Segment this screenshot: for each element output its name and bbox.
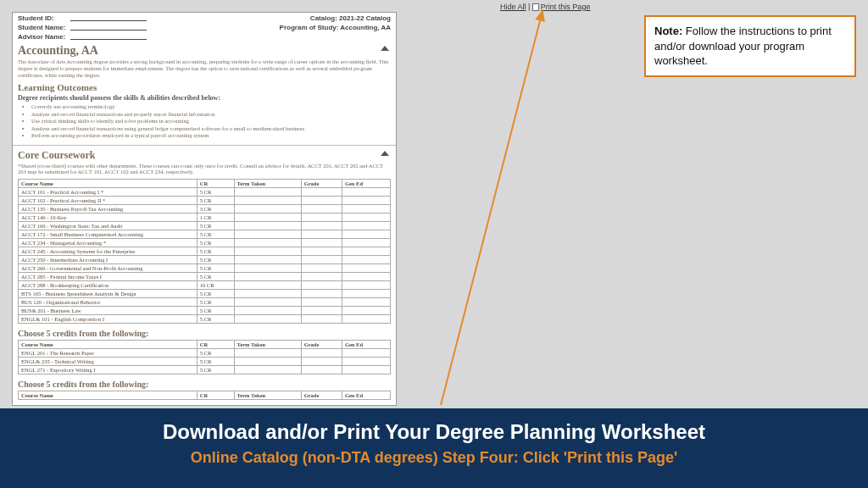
grade-cell[interactable] (301, 205, 342, 214)
course-name-cell: ENGL 271 - Expository Writing I (19, 366, 198, 374)
term-taken-cell[interactable] (234, 239, 301, 247)
term-taken-cell[interactable] (234, 358, 301, 366)
table-row: ACCT 260 - Governmental and Non-Profit A… (19, 264, 391, 273)
course-name-cell: ACCT 288 - Bookkeeping Certification (19, 281, 198, 290)
grade-cell[interactable] (301, 197, 342, 205)
course-name-cell: ACCT 250 - Intermediate Accounting I (19, 256, 198, 264)
print-this-page-link[interactable]: Print this Page (541, 3, 591, 11)
gen-ed-cell[interactable] (342, 281, 390, 290)
grade-cell[interactable] (301, 188, 342, 197)
term-taken-cell[interactable] (234, 256, 301, 264)
term-taken-cell[interactable] (234, 315, 301, 324)
course-name-cell: ACCT 146 - 10-Key (19, 214, 198, 222)
term-taken-cell[interactable] (234, 222, 301, 230)
hide-all-link[interactable]: Hide All (500, 3, 526, 11)
grade-cell[interactable] (301, 273, 342, 281)
grade-cell[interactable] (301, 230, 342, 239)
cr-cell: 5 CR (197, 366, 234, 374)
term-taken-cell[interactable] (234, 205, 301, 214)
term-taken-cell[interactable] (234, 264, 301, 273)
gen-ed-cell[interactable] (342, 214, 390, 222)
advisor-name-field[interactable] (70, 33, 147, 40)
gen-ed-cell[interactable] (342, 358, 390, 366)
gen-ed-cell[interactable] (342, 290, 390, 298)
table-row: BTS 165 - Business Spreadsheet Analysis … (19, 290, 391, 298)
table-row: ACCT 245 - Accounting Systems for the En… (19, 247, 391, 256)
gen-ed-cell[interactable] (342, 197, 390, 205)
degree-worksheet: Student ID:Catalog: 2021-22 Catalog Stud… (12, 12, 397, 406)
cr-cell: 1 CR (197, 214, 234, 222)
learning-outcomes-list: Correctly use accounting terminologyAnal… (13, 103, 396, 142)
term-taken-cell[interactable] (234, 230, 301, 239)
chevron-up-icon[interactable] (381, 151, 389, 156)
col-grade: Grade (301, 180, 342, 188)
core-course-table: Course Name CR Term Taken Grade Gen Ed A… (18, 179, 391, 324)
course-name-cell: ACCT 260 - Governmental and Non-Profit A… (19, 264, 198, 273)
grade-cell[interactable] (301, 290, 342, 298)
col-gen-ed: Gen Ed (342, 180, 390, 188)
grade-cell[interactable] (301, 247, 342, 256)
grade-cell[interactable] (301, 256, 342, 264)
gen-ed-cell[interactable] (342, 307, 390, 315)
core-coursework-note: *Shared (cross-listed) courses with othe… (13, 162, 396, 178)
gen-ed-cell[interactable] (342, 315, 390, 324)
grade-cell[interactable] (301, 264, 342, 273)
cr-cell: 5 CR (197, 188, 234, 197)
outcome-item: Use critical thinking skills to identify… (31, 118, 389, 125)
gen-ed-cell[interactable] (342, 366, 390, 374)
cr-cell: 10 CR (197, 281, 234, 290)
grade-cell[interactable] (301, 298, 342, 307)
grade-cell[interactable] (301, 214, 342, 222)
grade-cell[interactable] (301, 281, 342, 290)
instruction-note-box: Note: Follow the instructions to print a… (644, 15, 856, 77)
elective-1-title: Choose 5 credits from the following: (13, 325, 396, 338)
course-name-cell: ACCT 245 - Accounting Systems for the En… (19, 247, 198, 256)
table-row: ACCT 288 - Bookkeeping Certification10 C… (19, 281, 391, 290)
gen-ed-cell[interactable] (342, 230, 390, 239)
gen-ed-cell[interactable] (342, 349, 390, 358)
gen-ed-cell[interactable] (342, 247, 390, 256)
term-taken-cell[interactable] (234, 197, 301, 205)
term-taken-cell[interactable] (234, 273, 301, 281)
student-name-field[interactable] (70, 24, 147, 30)
grade-cell[interactable] (301, 222, 342, 230)
term-taken-cell[interactable] (234, 247, 301, 256)
gen-ed-cell[interactable] (342, 222, 390, 230)
advisor-name-label: Advisor Name: (18, 33, 70, 41)
gen-ed-cell[interactable] (342, 239, 390, 247)
grade-cell[interactable] (301, 307, 342, 315)
outcome-item: Perform accounting procedures employed i… (31, 132, 389, 139)
term-taken-cell[interactable] (234, 307, 301, 315)
gen-ed-cell[interactable] (342, 264, 390, 273)
grade-cell[interactable] (301, 349, 342, 358)
term-taken-cell[interactable] (234, 214, 301, 222)
course-name-cell: BUS& 201 - Business Law (19, 307, 198, 315)
gen-ed-cell[interactable] (342, 188, 390, 197)
student-id-field[interactable] (70, 14, 147, 21)
grade-cell[interactable] (301, 239, 342, 247)
gen-ed-cell[interactable] (342, 256, 390, 264)
gen-ed-cell[interactable] (342, 205, 390, 214)
term-taken-cell[interactable] (234, 281, 301, 290)
course-name-cell: ACCT 135 - Business Payroll Tax Accounti… (19, 205, 198, 214)
grade-cell[interactable] (301, 315, 342, 324)
program-label: Program of Study: Accounting, AA (280, 24, 391, 31)
course-name-cell: ENGL& 101 - English Composition I (19, 315, 198, 324)
svg-line-0 (441, 11, 542, 405)
grade-cell[interactable] (301, 366, 342, 374)
term-taken-cell[interactable] (234, 366, 301, 374)
outcome-item: Analyze and record financial transaction… (31, 125, 389, 132)
gen-ed-cell[interactable] (342, 298, 390, 307)
grade-cell[interactable] (301, 358, 342, 366)
table-row: ACCT 250 - Intermediate Accounting I5 CR (19, 256, 391, 264)
gen-ed-cell[interactable] (342, 273, 390, 281)
term-taken-cell[interactable] (234, 298, 301, 307)
course-name-cell: ACCT 285 - Federal Income Taxes I (19, 273, 198, 281)
table-row: ENGL 201 - The Research Paper5 CR (19, 349, 391, 358)
cr-cell: 5 CR (197, 256, 234, 264)
term-taken-cell[interactable] (234, 349, 301, 358)
term-taken-cell[interactable] (234, 290, 301, 298)
chevron-up-icon[interactable] (381, 46, 389, 51)
term-taken-cell[interactable] (234, 188, 301, 197)
cr-cell: 5 CR (197, 307, 234, 315)
